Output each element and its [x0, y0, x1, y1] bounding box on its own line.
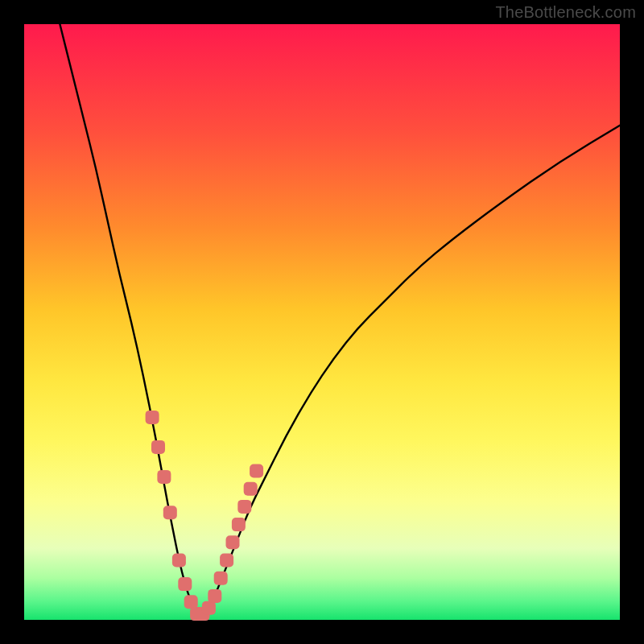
- marker-point: [232, 518, 246, 531]
- watermark-text: TheBottleneck.com: [495, 3, 636, 22]
- marker-point: [146, 411, 159, 424]
- marker-group: [146, 411, 264, 621]
- bottleneck-curve: [60, 24, 620, 614]
- marker-point: [226, 535, 240, 549]
- marker-point: [151, 440, 165, 454]
- marker-point: [244, 482, 258, 496]
- chart-svg: [24, 24, 620, 620]
- marker-point: [250, 464, 263, 478]
- marker-point: [172, 554, 186, 568]
- marker-point: [157, 470, 171, 484]
- marker-point: [208, 589, 221, 603]
- marker-point: [202, 601, 216, 615]
- marker-point: [220, 554, 233, 568]
- marker-point: [237, 500, 251, 514]
- chart-frame: TheBottleneck.com: [0, 0, 644, 644]
- marker-point: [214, 572, 228, 585]
- marker-point: [163, 506, 177, 519]
- marker-point: [178, 577, 192, 591]
- marker-point: [184, 595, 198, 609]
